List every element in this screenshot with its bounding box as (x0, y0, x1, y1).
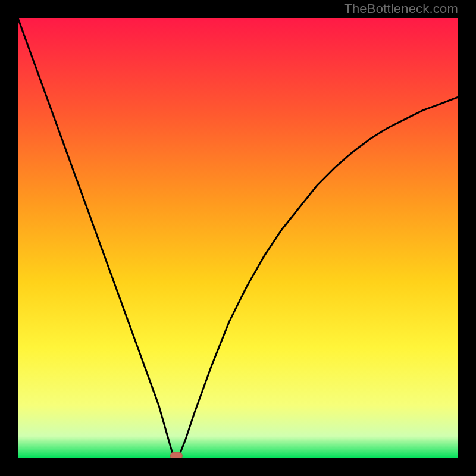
chart-frame (18, 18, 458, 458)
optimum-marker (170, 452, 182, 458)
watermark-text: TheBottleneck.com (344, 1, 458, 17)
bottleneck-chart (18, 18, 458, 458)
gradient-background (18, 18, 458, 458)
